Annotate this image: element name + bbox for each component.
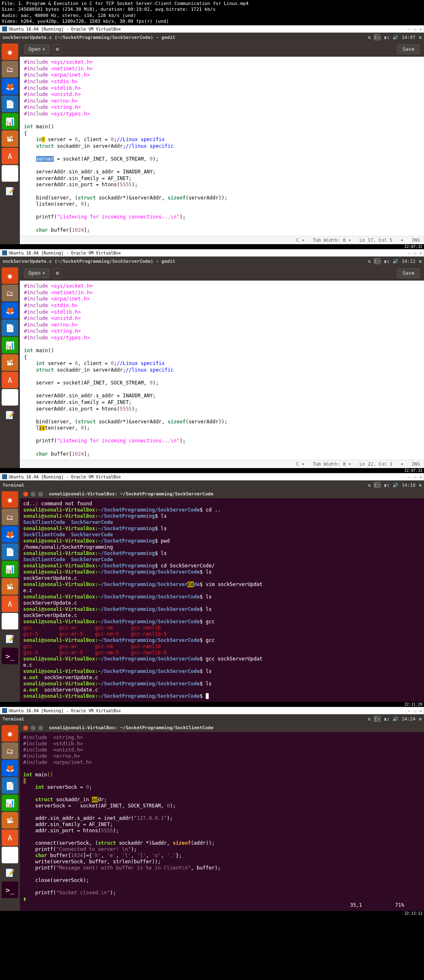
calc-icon[interactable]: 📊: [2, 795, 18, 811]
tab-width[interactable]: Tab Width: 8 ▾: [313, 461, 351, 467]
vm-window-controls[interactable]: —☐✕: [405, 709, 422, 713]
writer-icon[interactable]: 📄: [2, 777, 18, 794]
volume-icon[interactable]: 🔊: [393, 716, 398, 722]
lang-selector[interactable]: C ▾: [296, 238, 305, 243]
volume-icon[interactable]: 🔊: [393, 259, 398, 264]
firefox-icon[interactable]: 🦊: [2, 526, 18, 543]
vm-window-controls[interactable]: —☐✕: [405, 251, 422, 255]
impress-icon[interactable]: 📽: [2, 578, 18, 595]
vm-title: Ubuntu 16.04 [Running] - Oracle VM Virtu…: [9, 251, 121, 255]
software-icon[interactable]: A: [2, 372, 18, 388]
amazon-icon[interactable]: a: [2, 389, 18, 406]
new-tab-icon[interactable]: ⊞: [53, 44, 62, 54]
ubuntu-top-panel: sockServerUpdate.c (~/SocketProgramming/…: [0, 257, 424, 266]
files-icon[interactable]: 🗂: [2, 285, 18, 301]
gear-icon[interactable]: ⚙: [419, 483, 422, 488]
open-button[interactable]: Open ▾: [24, 44, 50, 54]
minimize-icon[interactable]: [31, 725, 36, 730]
save-button[interactable]: Save: [397, 268, 420, 278]
volume-icon[interactable]: 🔊: [393, 35, 398, 40]
impress-icon[interactable]: 📽: [2, 130, 18, 147]
tab-width[interactable]: Tab Width: 8 ▾: [313, 238, 351, 243]
amazon-icon[interactable]: a: [2, 847, 18, 863]
lang-indicator[interactable]: En: [374, 716, 381, 722]
amazon-icon[interactable]: a: [2, 613, 18, 629]
lang-indicator[interactable]: En: [374, 482, 381, 488]
frame-timestamp: 22:11:29: [0, 702, 424, 707]
firefox-icon[interactable]: 🦊: [2, 78, 18, 95]
software-icon[interactable]: A: [2, 596, 18, 612]
clock[interactable]: 14:18: [402, 483, 415, 488]
writer-icon[interactable]: 📄: [2, 543, 18, 560]
window-title: sockServerUpdate.c (~/SocketProgramming/…: [2, 35, 175, 40]
files-icon[interactable]: 🗂: [2, 61, 18, 77]
lang-selector[interactable]: C ▾: [296, 461, 305, 467]
network-icon[interactable]: ⇅: [368, 35, 371, 40]
gedit-icon[interactable]: 📝: [2, 183, 18, 199]
network-icon[interactable]: ⇅: [368, 259, 371, 264]
gear-icon[interactable]: ⚙: [419, 259, 422, 264]
dash-icon[interactable]: ◉: [2, 491, 18, 508]
lang-indicator[interactable]: En: [374, 34, 381, 40]
impress-icon[interactable]: 📽: [2, 354, 18, 371]
writer-icon[interactable]: 📄: [2, 96, 18, 112]
virtualbox-icon: [2, 26, 7, 31]
firefox-icon[interactable]: 🦊: [2, 760, 18, 776]
amazon-icon[interactable]: a: [2, 165, 18, 182]
code-editor[interactable]: #include <sys/socket.h> #include <netine…: [20, 281, 424, 460]
gear-icon[interactable]: ⚙: [419, 716, 422, 722]
writer-icon[interactable]: 📄: [2, 319, 18, 336]
maximize-icon[interactable]: [38, 725, 43, 730]
virtualbox-icon: [2, 708, 7, 713]
network-icon[interactable]: ⇅: [368, 483, 371, 488]
vm-window-controls[interactable]: —☐✕: [405, 475, 422, 479]
lang-indicator[interactable]: En: [374, 258, 381, 264]
dash-icon[interactable]: ◉: [2, 43, 18, 60]
calc-icon[interactable]: 📊: [2, 337, 18, 353]
software-icon[interactable]: A: [2, 829, 18, 846]
terminal-icon[interactable]: >_: [2, 648, 18, 664]
clock[interactable]: 14:12: [402, 259, 415, 264]
battery-icon[interactable]: ▮▯: [384, 483, 389, 488]
close-icon[interactable]: [23, 492, 28, 497]
dash-icon[interactable]: ◉: [2, 267, 18, 284]
gedit-icon[interactable]: 📝: [2, 406, 18, 423]
vm-title: Ubuntu 16.04 [Running] - Oracle VM Virtu…: [9, 27, 121, 31]
file-audio-line: Audio: aac, 48000 Hz, stereo, s16, 128 k…: [2, 13, 422, 19]
volume-icon[interactable]: 🔊: [393, 483, 398, 488]
firefox-icon[interactable]: 🦊: [2, 302, 18, 319]
terminal-icon[interactable]: >_: [2, 882, 18, 898]
battery-icon[interactable]: ▮▯: [384, 716, 389, 722]
open-button[interactable]: Open ▾: [24, 268, 50, 278]
vim-editor[interactable]: #include <string.h> #include <stdlib.h> …: [20, 732, 424, 911]
minimize-icon[interactable]: [31, 492, 36, 497]
new-tab-icon[interactable]: ⊞: [53, 268, 62, 278]
dash-icon[interactable]: ◉: [2, 725, 18, 742]
close-icon[interactable]: [23, 725, 28, 730]
workspace: ◉🗂🦊📄📊📽Aa📝Open ▾⊞Save#include <sys/socket…: [0, 42, 424, 244]
terminal-output[interactable]: cd..: command not found sonali@sonali-Vi…: [20, 498, 424, 702]
clock[interactable]: 14:24: [402, 716, 415, 722]
save-button[interactable]: Save: [397, 44, 420, 54]
maximize-icon[interactable]: [38, 492, 43, 497]
code-editor[interactable]: #include <sys/socket.h> #include <netine…: [20, 57, 424, 236]
impress-icon[interactable]: 📽: [2, 812, 18, 829]
network-icon[interactable]: ⇅: [368, 716, 371, 722]
software-icon[interactable]: A: [2, 148, 18, 164]
calc-icon[interactable]: 📊: [2, 113, 18, 130]
vim-cursor-pos: 35,1: [350, 902, 362, 908]
gedit-icon[interactable]: 📝: [2, 630, 18, 647]
insert-mode[interactable]: ▾ INS: [401, 238, 420, 243]
gedit-icon[interactable]: 📝: [2, 864, 18, 881]
vm-window-controls[interactable]: —☐✕: [405, 27, 422, 31]
files-icon[interactable]: 🗂: [2, 509, 18, 525]
battery-icon[interactable]: ▮▯: [384, 35, 389, 40]
ubuntu-launcher: ◉🗂🦊📄📊📽Aa📝: [0, 266, 20, 468]
insert-mode[interactable]: ▾ INS: [401, 461, 420, 467]
battery-icon[interactable]: ▮▯: [384, 259, 389, 264]
gear-icon[interactable]: ⚙: [419, 35, 422, 40]
ubuntu-top-panel: Terminal⇅En▮▯🔊14:24⚙: [0, 714, 424, 723]
files-icon[interactable]: 🗂: [2, 742, 18, 759]
calc-icon[interactable]: 📊: [2, 561, 18, 577]
clock[interactable]: 14:07: [402, 35, 415, 40]
